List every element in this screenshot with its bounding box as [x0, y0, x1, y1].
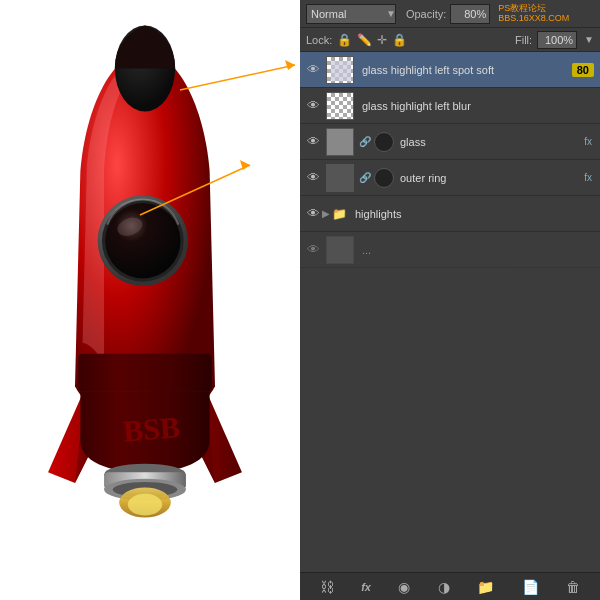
svg-point-12 [128, 494, 162, 516]
lock-label: Lock: [306, 34, 332, 46]
rocket-canvas: BSB [0, 0, 300, 600]
fx-button[interactable]: fx [361, 581, 371, 593]
layer-row[interactable]: 👁 ... [300, 232, 600, 268]
layer-name: ... [362, 244, 596, 256]
paint-icon[interactable]: ✏️ [357, 33, 372, 47]
svg-text:BSB: BSB [122, 410, 182, 449]
new-group-button[interactable]: 📁 [477, 579, 494, 595]
layer-thumbnail [326, 164, 354, 192]
layer-thumbnail [326, 56, 354, 84]
opacity-input[interactable] [450, 4, 490, 24]
chain-icon: 🔗 [358, 172, 372, 183]
chain-icon: 🔗 [358, 136, 372, 147]
visibility-icon[interactable]: 👁 [304, 170, 322, 185]
ps-layers-panel: Normal ▼ Opacity: PS教程论坛 BBS.16XX8.COM L… [300, 0, 600, 600]
visibility-icon[interactable]: 👁 [304, 206, 322, 221]
layer-name: glass highlight left spot soft [362, 64, 572, 76]
mask-thumbnail [374, 168, 394, 188]
svg-point-5 [105, 203, 180, 278]
visibility-icon[interactable]: 👁 [304, 242, 322, 257]
blend-mode-select[interactable]: Normal [306, 4, 396, 24]
visibility-icon[interactable]: 👁 [304, 134, 322, 149]
layer-row[interactable]: 👁 glass highlight left spot soft 80 [300, 52, 600, 88]
fx-badge: fx [584, 136, 592, 147]
new-layer-button[interactable]: 📄 [522, 579, 539, 595]
link-layers-button[interactable]: ⛓ [320, 579, 334, 595]
opacity-label: Opacity: [406, 8, 446, 20]
layer-thumbnail [326, 92, 354, 120]
blend-opacity-bar: Normal ▼ Opacity: PS教程论坛 BBS.16XX8.COM [300, 0, 600, 28]
fx-badge: fx [584, 172, 592, 183]
layers-list: 👁 glass highlight left spot soft 80 👁 gl… [300, 52, 600, 572]
expand-arrow-icon[interactable]: ▶ [322, 208, 330, 219]
svg-marker-14 [285, 60, 295, 70]
adjustment-button[interactable]: ◑ [438, 579, 450, 595]
layer-name: highlights [355, 208, 596, 220]
all-lock-icon[interactable]: 🔒 [392, 33, 407, 47]
layers-bottom-toolbar: ⛓ fx ◉ ◑ 📁 📄 🗑 [300, 572, 600, 600]
mask-button[interactable]: ◉ [398, 579, 410, 595]
delete-layer-button[interactable]: 🗑 [566, 579, 580, 595]
visibility-icon[interactable]: 👁 [304, 62, 322, 77]
layer-row[interactable]: 👁 glass highlight left blur [300, 88, 600, 124]
lock-icon[interactable]: 🔒 [337, 33, 352, 47]
watermark: PS教程论坛 BBS.16XX8.COM [498, 4, 569, 24]
lock-fill-bar: Lock: 🔒 ✏️ ✛ 🔒 Fill: ▼ [300, 28, 600, 52]
layer-row[interactable]: 👁 🔗 glass fx [300, 124, 600, 160]
layer-name: glass [400, 136, 584, 148]
fill-input[interactable] [537, 31, 577, 49]
svg-rect-1 [78, 354, 212, 392]
visibility-icon[interactable]: 👁 [304, 98, 322, 113]
layer-name: glass highlight left blur [362, 100, 596, 112]
layer-row[interactable]: 👁 ▶ 📁 highlights [300, 196, 600, 232]
layer-row[interactable]: 👁 🔗 outer ring fx [300, 160, 600, 196]
layer-thumbnail [326, 236, 354, 264]
move-icon[interactable]: ✛ [377, 33, 387, 47]
rocket-illustration: BSB [10, 20, 280, 580]
mask-thumbnail [374, 132, 394, 152]
layer-name: outer ring [400, 172, 584, 184]
folder-icon: 📁 [332, 207, 347, 221]
layer-thumbnail [326, 128, 354, 156]
fill-label: Fill: [515, 34, 532, 46]
opacity-badge: 80 [572, 63, 594, 77]
fill-arrow-icon: ▼ [584, 34, 594, 45]
